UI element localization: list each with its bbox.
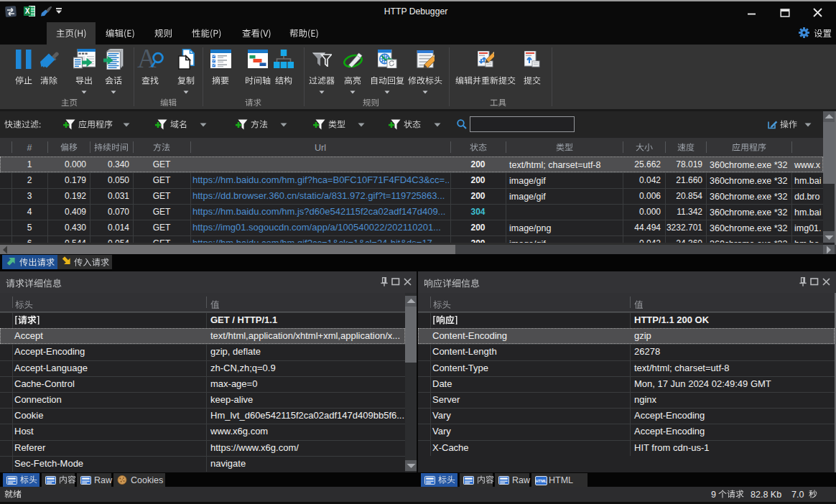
- svg-text:X: X: [25, 7, 30, 15]
- svg-text:HTML: HTML: [536, 479, 547, 483]
